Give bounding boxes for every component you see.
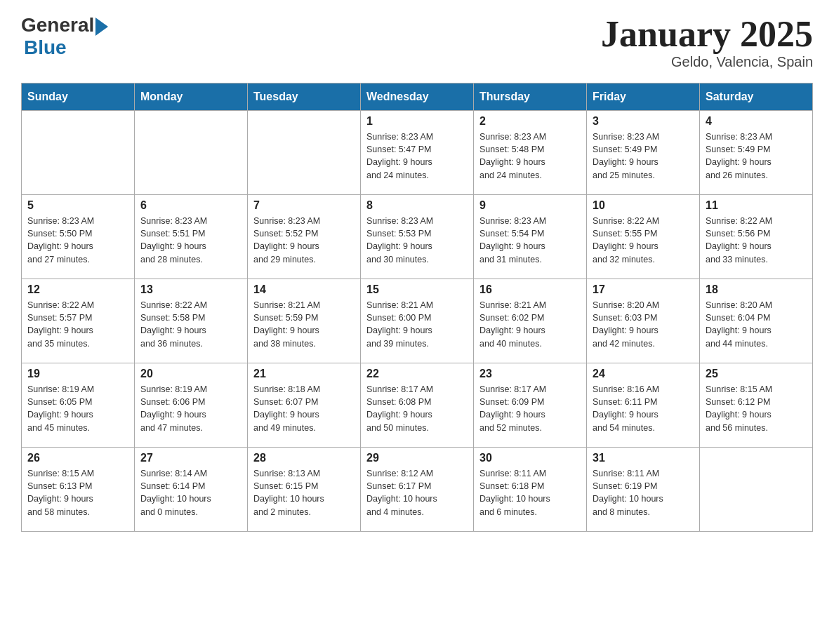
calendar-day-header: Thursday xyxy=(474,83,587,111)
day-number: 19 xyxy=(27,368,128,380)
day-number: 4 xyxy=(706,115,807,128)
calendar-cell: 15Sunrise: 8:21 AMSunset: 6:00 PMDayligh… xyxy=(361,279,474,363)
day-info: Sunrise: 8:21 AMSunset: 6:00 PMDaylight:… xyxy=(366,299,468,350)
day-number: 27 xyxy=(140,452,241,464)
day-info: Sunrise: 8:13 AMSunset: 6:15 PMDaylight:… xyxy=(253,467,355,518)
calendar-cell: 31Sunrise: 8:11 AMSunset: 6:19 PMDayligh… xyxy=(587,448,700,532)
calendar-day-header: Tuesday xyxy=(248,83,361,111)
day-info: Sunrise: 8:15 AMSunset: 6:13 PMDaylight:… xyxy=(27,467,128,518)
logo-general-text: General xyxy=(21,14,94,36)
day-info: Sunrise: 8:17 AMSunset: 6:09 PMDaylight:… xyxy=(479,383,581,434)
day-info: Sunrise: 8:14 AMSunset: 6:14 PMDaylight:… xyxy=(140,467,241,518)
page-subtitle: Geldo, Valencia, Spain xyxy=(601,54,813,70)
calendar-day-header: Monday xyxy=(135,83,248,111)
day-number: 9 xyxy=(479,199,581,212)
day-info: Sunrise: 8:23 AMSunset: 5:52 PMDaylight:… xyxy=(253,215,355,266)
day-number: 21 xyxy=(253,368,355,380)
calendar-cell xyxy=(248,111,361,195)
calendar-cell: 6Sunrise: 8:23 AMSunset: 5:51 PMDaylight… xyxy=(135,195,248,279)
day-info: Sunrise: 8:22 AMSunset: 5:57 PMDaylight:… xyxy=(27,299,128,350)
calendar-cell: 5Sunrise: 8:23 AMSunset: 5:50 PMDaylight… xyxy=(22,195,135,279)
day-info: Sunrise: 8:20 AMSunset: 6:03 PMDaylight:… xyxy=(593,299,694,350)
calendar-cell: 16Sunrise: 8:21 AMSunset: 6:02 PMDayligh… xyxy=(474,279,587,363)
day-info: Sunrise: 8:23 AMSunset: 5:51 PMDaylight:… xyxy=(140,215,241,266)
calendar-week-row: 1Sunrise: 8:23 AMSunset: 5:47 PMDaylight… xyxy=(22,111,813,195)
calendar-cell: 21Sunrise: 8:18 AMSunset: 6:07 PMDayligh… xyxy=(248,363,361,448)
day-number: 13 xyxy=(140,283,241,296)
day-number: 15 xyxy=(366,283,468,296)
calendar-cell: 23Sunrise: 8:17 AMSunset: 6:09 PMDayligh… xyxy=(474,363,587,448)
day-info: Sunrise: 8:23 AMSunset: 5:48 PMDaylight:… xyxy=(479,130,581,182)
day-info: Sunrise: 8:17 AMSunset: 6:08 PMDaylight:… xyxy=(366,383,468,434)
day-info: Sunrise: 8:23 AMSunset: 5:53 PMDaylight:… xyxy=(366,215,468,266)
day-info: Sunrise: 8:20 AMSunset: 6:04 PMDaylight:… xyxy=(706,299,807,350)
page-title: January 2025 xyxy=(601,14,813,54)
calendar-cell: 14Sunrise: 8:21 AMSunset: 5:59 PMDayligh… xyxy=(248,279,361,363)
day-number: 18 xyxy=(706,283,807,296)
calendar-cell: 27Sunrise: 8:14 AMSunset: 6:14 PMDayligh… xyxy=(135,448,248,532)
day-number: 7 xyxy=(253,199,355,212)
day-number: 3 xyxy=(593,115,694,128)
day-number: 28 xyxy=(253,452,355,464)
calendar-cell: 17Sunrise: 8:20 AMSunset: 6:03 PMDayligh… xyxy=(587,279,700,363)
day-info: Sunrise: 8:23 AMSunset: 5:54 PMDaylight:… xyxy=(479,215,581,266)
day-number: 10 xyxy=(593,199,694,212)
calendar-cell: 26Sunrise: 8:15 AMSunset: 6:13 PMDayligh… xyxy=(22,448,135,532)
calendar-week-row: 5Sunrise: 8:23 AMSunset: 5:50 PMDaylight… xyxy=(22,195,813,279)
calendar-cell: 11Sunrise: 8:22 AMSunset: 5:56 PMDayligh… xyxy=(700,195,813,279)
calendar-cell: 3Sunrise: 8:23 AMSunset: 5:49 PMDaylight… xyxy=(587,111,700,195)
calendar-cell: 2Sunrise: 8:23 AMSunset: 5:48 PMDaylight… xyxy=(474,111,587,195)
calendar-header-row: SundayMondayTuesdayWednesdayThursdayFrid… xyxy=(22,83,813,111)
calendar-cell: 13Sunrise: 8:22 AMSunset: 5:58 PMDayligh… xyxy=(135,279,248,363)
day-number: 23 xyxy=(479,368,581,380)
calendar-cell: 24Sunrise: 8:16 AMSunset: 6:11 PMDayligh… xyxy=(587,363,700,448)
day-info: Sunrise: 8:12 AMSunset: 6:17 PMDaylight:… xyxy=(366,467,468,518)
day-info: Sunrise: 8:11 AMSunset: 6:19 PMDaylight:… xyxy=(593,467,694,518)
day-number: 31 xyxy=(593,452,694,464)
calendar-cell: 12Sunrise: 8:22 AMSunset: 5:57 PMDayligh… xyxy=(22,279,135,363)
calendar-week-row: 19Sunrise: 8:19 AMSunset: 6:05 PMDayligh… xyxy=(22,363,813,448)
day-number: 29 xyxy=(366,452,468,464)
day-number: 1 xyxy=(366,115,468,128)
calendar-table: SundayMondayTuesdayWednesdayThursdayFrid… xyxy=(21,83,813,532)
calendar-week-row: 12Sunrise: 8:22 AMSunset: 5:57 PMDayligh… xyxy=(22,279,813,363)
logo-arrow-icon xyxy=(95,18,108,36)
day-number: 12 xyxy=(27,283,128,296)
title-block: January 2025 Geldo, Valencia, Spain xyxy=(601,14,813,70)
day-info: Sunrise: 8:22 AMSunset: 5:58 PMDaylight:… xyxy=(140,299,241,350)
day-info: Sunrise: 8:19 AMSunset: 6:06 PMDaylight:… xyxy=(140,383,241,434)
day-info: Sunrise: 8:23 AMSunset: 5:47 PMDaylight:… xyxy=(366,130,468,182)
calendar-cell: 25Sunrise: 8:15 AMSunset: 6:12 PMDayligh… xyxy=(700,363,813,448)
calendar-cell xyxy=(22,111,135,195)
calendar-cell: 18Sunrise: 8:20 AMSunset: 6:04 PMDayligh… xyxy=(700,279,813,363)
calendar-cell: 20Sunrise: 8:19 AMSunset: 6:06 PMDayligh… xyxy=(135,363,248,448)
calendar-day-header: Sunday xyxy=(22,83,135,111)
day-info: Sunrise: 8:21 AMSunset: 5:59 PMDaylight:… xyxy=(253,299,355,350)
calendar-day-header: Friday xyxy=(587,83,700,111)
calendar-cell: 7Sunrise: 8:23 AMSunset: 5:52 PMDaylight… xyxy=(248,195,361,279)
day-number: 16 xyxy=(479,283,581,296)
day-info: Sunrise: 8:22 AMSunset: 5:56 PMDaylight:… xyxy=(706,215,807,266)
day-info: Sunrise: 8:22 AMSunset: 5:55 PMDaylight:… xyxy=(593,215,694,266)
day-number: 11 xyxy=(706,199,807,212)
day-info: Sunrise: 8:23 AMSunset: 5:49 PMDaylight:… xyxy=(706,130,807,182)
calendar-cell: 1Sunrise: 8:23 AMSunset: 5:47 PMDaylight… xyxy=(361,111,474,195)
calendar-cell: 8Sunrise: 8:23 AMSunset: 5:53 PMDaylight… xyxy=(361,195,474,279)
calendar-cell: 9Sunrise: 8:23 AMSunset: 5:54 PMDaylight… xyxy=(474,195,587,279)
logo: General Blue xyxy=(21,14,108,59)
calendar-day-header: Wednesday xyxy=(361,83,474,111)
day-number: 24 xyxy=(593,368,694,380)
day-info: Sunrise: 8:19 AMSunset: 6:05 PMDaylight:… xyxy=(27,383,128,434)
day-info: Sunrise: 8:21 AMSunset: 6:02 PMDaylight:… xyxy=(479,299,581,350)
calendar-cell: 22Sunrise: 8:17 AMSunset: 6:08 PMDayligh… xyxy=(361,363,474,448)
calendar-cell xyxy=(700,448,813,532)
calendar-cell: 30Sunrise: 8:11 AMSunset: 6:18 PMDayligh… xyxy=(474,448,587,532)
day-number: 5 xyxy=(27,199,128,212)
calendar-cell: 29Sunrise: 8:12 AMSunset: 6:17 PMDayligh… xyxy=(361,448,474,532)
day-number: 20 xyxy=(140,368,241,380)
logo-blue-text: Blue xyxy=(24,36,108,59)
day-number: 2 xyxy=(479,115,581,128)
day-info: Sunrise: 8:11 AMSunset: 6:18 PMDaylight:… xyxy=(479,467,581,518)
day-info: Sunrise: 8:16 AMSunset: 6:11 PMDaylight:… xyxy=(593,383,694,434)
day-number: 17 xyxy=(593,283,694,296)
